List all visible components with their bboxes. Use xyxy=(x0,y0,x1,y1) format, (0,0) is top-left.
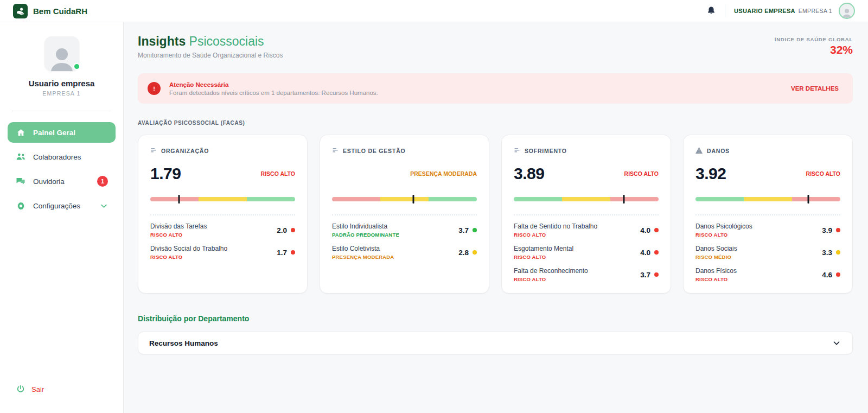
power-icon xyxy=(16,385,25,393)
card-status: RISCO ALTO xyxy=(624,170,659,177)
risk-scale-bar xyxy=(150,195,295,204)
department-accordion-recursos-humanos[interactable]: Recursos Humanos xyxy=(138,332,853,354)
risk-dot xyxy=(836,250,840,255)
home-icon xyxy=(15,128,26,137)
sidebar: Usuario empresa EMPRESA 1 Painel Geral C… xyxy=(0,22,124,413)
sidebar-item-label: Ouvidoria xyxy=(33,177,65,186)
sidebar-item-colaboradores[interactable]: Colaboradores xyxy=(8,147,116,167)
risk-dot xyxy=(836,272,840,277)
alert-title: Atenção Necessária xyxy=(169,81,378,88)
scale-marker xyxy=(623,195,624,204)
department-name: Recursos Humanos xyxy=(149,339,218,347)
ouvidoria-badge: 1 xyxy=(97,176,108,187)
header-avatar[interactable] xyxy=(839,3,855,19)
risk-dot xyxy=(473,228,477,232)
card-danos: DANOS 3.92 RISCO ALTO Danos Psicológicos… xyxy=(683,135,853,294)
chart-bars-icon xyxy=(150,146,157,156)
profile-avatar xyxy=(44,36,79,71)
factor-row: Danos PsicológicosRISCO ALTO 3.9 xyxy=(695,223,840,238)
sidebar-item-label: Configurações xyxy=(33,202,80,210)
sidebar-item-configuracoes[interactable]: Configurações xyxy=(8,195,116,216)
notifications-bell-icon[interactable] xyxy=(706,6,716,16)
sidebar-item-painel-geral[interactable]: Painel Geral xyxy=(8,122,116,143)
scale-marker xyxy=(178,195,180,204)
alert-message: Foram detectados níveis críticos em 1 de… xyxy=(169,90,378,96)
risk-scale-bar xyxy=(514,195,659,204)
factor-row: Divisão Social do TrabalhoRISCO ALTO 1.7 xyxy=(150,245,295,260)
app-logo-icon xyxy=(13,4,28,18)
user-menu[interactable]: USUARIO EMPRESA EMPRESA 1 xyxy=(734,3,855,19)
attention-alert-banner: Atenção Necessária Foram detectados níve… xyxy=(138,73,853,104)
card-sofrimento: SOFRIMENTO 3.89 RISCO ALTO Falta de Sent… xyxy=(501,135,671,294)
card-title: ESTILO DE GESTÃO xyxy=(343,148,405,154)
risk-dot xyxy=(291,228,295,232)
card-divider xyxy=(514,214,659,215)
risk-dot xyxy=(291,250,295,255)
chevron-down-icon xyxy=(100,202,108,210)
global-health-index: ÍNDICE DE SAÚDE GLOBAL 32% xyxy=(775,34,853,56)
factor-row: Danos SociaisRISCO MÉDIO 3.3 xyxy=(695,245,840,260)
chart-bars-icon xyxy=(332,146,339,156)
main-content: Insights Psicossociais Monitoramento de … xyxy=(124,22,868,413)
distribution-section-title: Distribuição por Departamento xyxy=(138,314,853,323)
risk-dot xyxy=(654,272,659,277)
card-title: DANOS xyxy=(707,148,730,154)
page-title: Insights Psicossociais xyxy=(138,34,283,49)
scale-marker xyxy=(412,195,414,204)
sidebar-profile: Usuario empresa EMPRESA 1 xyxy=(0,36,123,97)
card-organizacao: ORGANIZAÇÃO 1.79 RISCO ALTO Divisão das … xyxy=(138,135,308,294)
health-index-value: 32% xyxy=(775,43,853,56)
chart-bars-icon xyxy=(514,146,520,156)
card-divider xyxy=(332,214,477,215)
header-divider xyxy=(725,4,725,17)
risk-dot xyxy=(473,250,477,255)
risk-dot xyxy=(654,228,659,232)
logout-button[interactable]: Sair xyxy=(16,385,44,393)
facas-cards: ORGANIZAÇÃO 1.79 RISCO ALTO Divisão das … xyxy=(138,135,853,294)
online-status-dot xyxy=(73,63,80,70)
sidebar-divider xyxy=(12,111,111,111)
health-index-label: ÍNDICE DE SAÚDE GLOBAL xyxy=(775,36,853,42)
app-header: Bem CuidaRH USUARIO EMPRESA EMPRESA 1 xyxy=(0,0,868,22)
factor-row: Falta de ReconhecimentoRISCO ALTO 3.7 xyxy=(514,267,659,282)
gear-icon xyxy=(15,201,26,211)
risk-scale-bar xyxy=(332,195,477,204)
card-status: PRESENÇA MODERADA xyxy=(410,170,477,177)
risk-dot xyxy=(654,250,659,255)
card-estilo-de-gestao: ESTILO DE GESTÃO PRESENÇA MODERADA Estil… xyxy=(320,135,489,294)
header-user-company: EMPRESA 1 xyxy=(799,8,832,14)
brand: Bem CuidaRH xyxy=(13,4,87,18)
factor-row: Estilo ColetivistaPRESENÇA MODERADA 2.8 xyxy=(332,245,477,260)
card-score: 1.79 xyxy=(150,164,181,183)
sidebar-item-label: Painel Geral xyxy=(33,129,75,137)
header-user-name: USUARIO EMPRESA xyxy=(734,8,795,14)
profile-name: Usuario empresa xyxy=(0,79,123,88)
sidebar-item-ouvidoria[interactable]: Ouvidoria 1 xyxy=(8,171,116,192)
card-title: ORGANIZAÇÃO xyxy=(161,148,209,154)
risk-scale-bar xyxy=(695,195,840,204)
profile-company: EMPRESA 1 xyxy=(0,90,123,97)
card-title: SOFRIMENTO xyxy=(525,148,567,154)
brand-name: Bem CuidaRH xyxy=(33,7,87,16)
card-status: RISCO ALTO xyxy=(261,170,295,177)
section-label: AVALIAÇÃO PSICOSSOCIAL (FACAS) xyxy=(138,120,853,126)
card-divider xyxy=(695,214,840,215)
factor-row: Esgotamento MentalRISCO ALTO 4.0 xyxy=(514,245,659,260)
view-details-button[interactable]: VER DETALHES xyxy=(791,85,839,92)
factor-row: Divisão das TarefasRISCO ALTO 2.0 xyxy=(150,223,295,238)
risk-dot xyxy=(836,228,840,232)
scale-marker xyxy=(808,195,809,204)
card-score: 3.92 xyxy=(695,164,726,183)
alert-exclamation-icon xyxy=(148,82,161,95)
factor-row: Estilo IndividualistaPADRÃO PREDOMINANTE… xyxy=(332,223,477,238)
logout-label: Sair xyxy=(31,385,44,393)
factor-row: Danos FísicosRISCO ALTO 4.6 xyxy=(695,267,840,282)
people-icon xyxy=(15,153,26,161)
card-score: 3.89 xyxy=(514,164,544,183)
card-status: RISCO ALTO xyxy=(806,170,840,177)
warning-icon xyxy=(695,146,703,156)
sidebar-item-label: Colaboradores xyxy=(33,153,81,161)
page-subtitle: Monitoramento de Saúde Organizacional e … xyxy=(138,52,283,59)
factor-row: Falta de Sentido no TrabalhoRISCO ALTO 4… xyxy=(514,223,659,238)
card-divider xyxy=(150,214,295,215)
